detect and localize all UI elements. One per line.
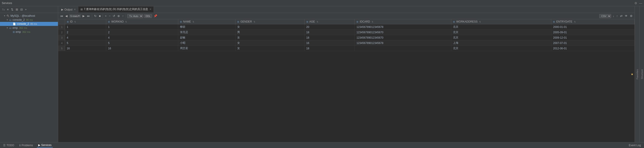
sort-age[interactable]: ⇅ — [317, 21, 318, 23]
th-age[interactable]: ⊞ AGE ⇅ — [304, 19, 355, 24]
cell-workno[interactable]: 4 — [106, 35, 178, 40]
cell-idcard[interactable] — [355, 46, 451, 51]
tx-button[interactable]: Tx — [1, 8, 5, 11]
format-button[interactable]: ≡ — [6, 7, 10, 12]
cell-id[interactable]: 16 — [65, 46, 106, 51]
minimize-icon[interactable]: — — [639, 1, 642, 5]
cell-age[interactable]: 18 — [304, 30, 355, 35]
sort-id[interactable]: ⇅ — [74, 21, 76, 23]
cell-workaddress[interactable]: 北京 — [451, 24, 551, 30]
cell-idcard[interactable]: 123456789012345678 — [355, 40, 451, 46]
cell-entrydate[interactable]: 2005-09-01 — [551, 30, 634, 35]
nav-prev-button[interactable]: ◀ — [64, 14, 68, 18]
cell-name[interactable]: 张无忌 — [178, 30, 235, 35]
th-id[interactable]: ⊞ ID ⇅ — [65, 19, 106, 24]
cell-age[interactable]: 20 — [304, 24, 355, 30]
cell-idcard[interactable]: 123456789012345670 — [355, 35, 451, 40]
nav-next-button[interactable]: ▶ — [82, 14, 86, 18]
cell-gender[interactable]: 女 — [235, 46, 304, 51]
cell-id[interactable]: 1 — [65, 24, 106, 30]
grid-settings-button[interactable]: ⚙ — [629, 14, 633, 18]
status-event-log[interactable]: Event Log — [628, 143, 642, 147]
sidebar-item-emp-leaf[interactable]: ⊞ emp 362 ms — [0, 30, 58, 34]
nav-first-button[interactable]: ⏮ — [60, 14, 64, 18]
sidebar-item-console2-leaf[interactable]: 📄 console_2 86 ms — [0, 22, 58, 26]
th-workaddress[interactable]: ⊞ WORKADDRESS ⇅ — [451, 19, 551, 24]
cell-age[interactable]: 16 — [304, 40, 355, 46]
remove-row-button[interactable]: − — [108, 14, 111, 18]
table-row[interactable]: 5 16 16 周芷若 女 18 北京 2012-06-01 — [58, 46, 634, 51]
cell-idcard[interactable]: 123456789012345670 — [355, 30, 451, 35]
add-row-button[interactable]: + — [104, 14, 107, 18]
cell-gender[interactable]: 女 — [235, 35, 304, 40]
sort-workno[interactable]: ⇅ — [125, 21, 127, 23]
cell-name[interactable]: 小昭 — [178, 40, 235, 46]
table-row[interactable]: 1 1 1 柳岩 女 20 123456789012345678 北京 2000… — [58, 24, 634, 30]
eye-button[interactable]: 👁 — [624, 14, 628, 18]
stop-button[interactable]: ■ — [98, 14, 101, 18]
cell-name[interactable]: 赵敏 — [178, 35, 235, 40]
cell-gender[interactable]: 女 — [235, 40, 304, 46]
cell-entrydate[interactable]: 2009-12-01 — [551, 35, 634, 40]
query-tab-close[interactable]: ✕ — [149, 8, 152, 11]
th-idcard[interactable]: ⊞ IDCARD ⇅ — [355, 19, 451, 24]
cell-workno[interactable]: 16 — [106, 46, 178, 51]
cell-entrydate[interactable]: 2000-01-01 — [551, 24, 634, 30]
sidebar-item-console2-group[interactable]: ▼ 🗂 console_2 86 ms — [0, 18, 58, 22]
nav-last-button[interactable]: ⏭ — [86, 14, 90, 18]
status-todo[interactable]: ☰ TODO — [2, 143, 16, 147]
tab-query-result[interactable]: ⊞ 7.查询年龄在15岁(包含) 到 20岁(包含)之间的员工信息 ✕ — [78, 6, 154, 12]
cell-age[interactable]: 18 — [304, 35, 355, 40]
cell-gender[interactable]: 男 — [235, 30, 304, 35]
upload2-button[interactable]: ↑ — [616, 14, 619, 18]
grid-button[interactable]: ⊞ — [15, 7, 19, 12]
sort-workaddress[interactable]: ⇅ — [479, 21, 481, 23]
table-row[interactable]: 4 5 5 小昭 女 16 123456789012345678 上海 2007… — [58, 40, 634, 46]
table-row[interactable]: 3 4 4 赵敏 女 18 123456789012345670 北京 2009… — [58, 35, 634, 40]
copy-button[interactable]: ⊕ — [117, 14, 120, 18]
sidebar-item-mysql-host[interactable]: ▼ 🔌 MySQL - @localhost — [0, 14, 58, 18]
sort-gender[interactable]: ⇅ — [254, 21, 255, 23]
cell-name[interactable]: 周芷若 — [178, 46, 235, 51]
cell-entrydate[interactable]: 2012-06-01 — [551, 46, 634, 51]
download-button[interactable]: ↓ — [612, 14, 615, 18]
cell-id[interactable]: 2 — [65, 30, 106, 35]
sort-idcard[interactable]: ⇅ — [372, 21, 374, 23]
tx-select[interactable]: Tx: Auto — [127, 14, 143, 18]
th-name[interactable]: ⊞ NAME ⇅ — [178, 19, 235, 24]
cell-workaddress[interactable]: 北京 — [451, 30, 551, 35]
cell-workaddress[interactable]: 北京 — [451, 46, 551, 51]
output-tab-close[interactable]: ✕ — [74, 8, 76, 11]
cell-entrydate[interactable]: 2007-07-01 — [551, 40, 634, 46]
upload-button[interactable]: ↑ — [122, 14, 124, 18]
cell-workno[interactable]: 2 — [106, 30, 178, 35]
csv-select[interactable]: CSV — [599, 14, 611, 18]
refresh-button[interactable]: ↻ — [94, 14, 97, 18]
th-entrydate[interactable]: ⊞ ENTRYDATE ⇅ — [551, 19, 634, 24]
favorites-star-icon[interactable]: ★ — [630, 73, 634, 76]
pin-button[interactable]: 📌 — [153, 14, 158, 18]
sort-name[interactable]: ⇅ — [192, 21, 194, 23]
cell-id[interactable]: 5 — [65, 40, 106, 46]
table-row[interactable]: 2 2 2 张无忌 男 18 123456789012345670 北京 200… — [58, 30, 634, 35]
cell-gender[interactable]: 女 — [235, 24, 304, 30]
settings-icon[interactable]: ⚙ — [634, 1, 637, 5]
data-grid[interactable]: ⊞ ID ⇅ ⊞ WORKNO ⇅ ⊞ NAME ⇅ — [58, 19, 634, 142]
cell-workno[interactable]: 1 — [106, 24, 178, 30]
status-problems[interactable]: ℹ Problems — [18, 143, 34, 147]
status-services[interactable]: ▶ Services — [37, 143, 53, 148]
tree-button[interactable]: ⊟ — [20, 7, 24, 12]
undo-button[interactable]: ↺ — [112, 14, 116, 18]
cell-workno[interactable]: 5 — [106, 40, 178, 46]
cell-workaddress[interactable]: 上海 — [451, 40, 551, 46]
cell-idcard[interactable]: 123456789012345678 — [355, 24, 451, 30]
add-button[interactable]: + — [24, 7, 28, 12]
tab-output[interactable]: ▶ Output ✕ — [59, 7, 78, 12]
sidebar-item-emp-group[interactable]: ▼ 🗂 emp 362 ms — [0, 26, 58, 30]
structure-label[interactable]: Structure — [641, 69, 643, 79]
cell-age[interactable]: 18 — [304, 46, 355, 51]
rows-count[interactable]: 5 rows ▾ — [69, 14, 81, 18]
th-workno[interactable]: ⊞ WORKNO ⇅ — [106, 19, 178, 24]
cell-name[interactable]: 柳岩 — [178, 24, 235, 30]
expand-button[interactable]: ⇅ — [10, 7, 14, 12]
